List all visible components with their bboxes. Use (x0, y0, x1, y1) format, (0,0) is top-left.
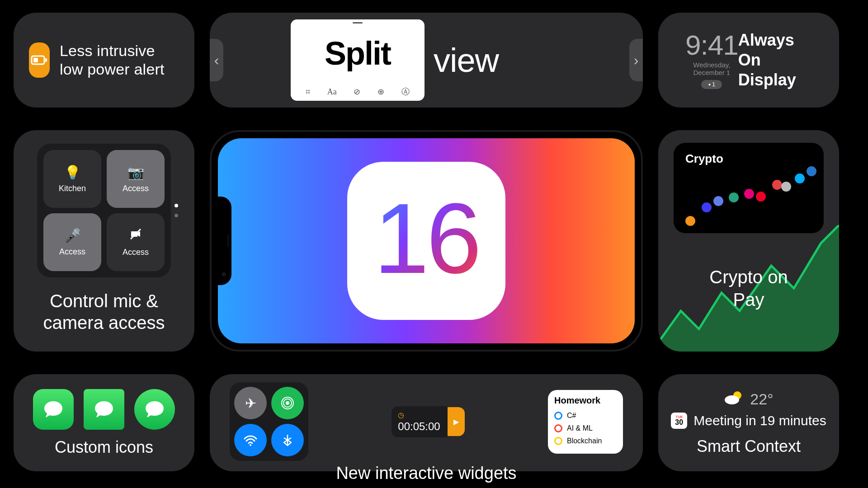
crypto-widget[interactable]: Crypto (674, 143, 824, 233)
lock-time: 9:41 (685, 31, 738, 59)
lock-clock: 9:41 Wednesday, December 1 ●1 (685, 31, 738, 89)
meeting-text: Meeting in 19 minutes (693, 413, 826, 428)
cc-kitchen-light[interactable]: 💡Kitchen (43, 150, 101, 208)
video-off-icon (129, 227, 142, 244)
bluetooth-toggle[interactable] (271, 424, 304, 456)
pages-toolbar: ⌗ Aa ⊘ ⊕ Ⓐ (291, 84, 425, 101)
tile-split-view: ‹ › Split ⌗ Aa ⊘ ⊕ Ⓐ view (210, 13, 643, 108)
widgets-caption: New interactive widgets (230, 464, 623, 483)
tile-low-power: Less intrusive low power alert (14, 13, 194, 108)
tile-crypto: Crypto Crypto on Pay (658, 130, 839, 352)
tile-widgets: ✈ ◷ 00:05:00 ▶ Homework C# AI & ML Block… (210, 374, 643, 471)
svg-rect-2 (33, 58, 38, 62)
weather-icon (724, 390, 744, 409)
pages-app-window: Split ⌗ Aa ⊘ ⊕ Ⓐ (291, 19, 425, 101)
font-icon[interactable]: Aa (327, 87, 337, 97)
notch (218, 197, 231, 285)
page-dots[interactable] (175, 204, 178, 217)
reminder-item[interactable]: AI & ML (554, 422, 617, 435)
ios-version-badge: 16 (347, 162, 505, 320)
cc-camera-access[interactable]: 📷Access (107, 150, 165, 208)
cc-video-access[interactable]: Access (107, 213, 165, 271)
tile-aod: 9:41 Wednesday, December 1 ●1 Always On … (658, 13, 839, 108)
messages-icon-square[interactable] (84, 389, 124, 430)
calendar-icon: TUE 30 (671, 413, 687, 429)
split-word-inside: Split (325, 35, 391, 72)
mic-icon: 🎤 (64, 228, 81, 244)
reminders-title: Homework (554, 395, 617, 406)
tile-smart-context: 22° TUE 30 Meeting in 19 minutes Smart C… (658, 374, 839, 471)
context-caption: Smart Context (697, 437, 801, 456)
grid-icon[interactable]: ⌗ (306, 87, 310, 97)
icon-variants (33, 389, 175, 430)
connectivity-widget[interactable]: ✈ (230, 382, 308, 461)
reminders-widget[interactable]: Homework C# AI & ML Blockchain (548, 390, 623, 454)
bulb-icon: 💡 (64, 164, 81, 180)
crypto-widget-header: Crypto (684, 152, 814, 166)
ring-icon (554, 437, 562, 445)
wifi-toggle[interactable] (234, 424, 267, 456)
iphone-frame: 16 (210, 130, 643, 352)
carousel-prev[interactable]: ‹ (210, 39, 223, 81)
crypto-title: Crypto on Pay (658, 266, 839, 311)
cellular-toggle[interactable] (271, 387, 304, 419)
crypto-coins (684, 168, 814, 227)
split-word-outside: view (434, 41, 499, 80)
svg-point-9 (725, 395, 739, 404)
check-icon[interactable]: ⊘ (354, 87, 360, 97)
ring-icon (554, 412, 562, 420)
draw-icon[interactable]: Ⓐ (401, 86, 410, 97)
airplane-toggle[interactable]: ✈ (234, 387, 267, 419)
tile-mic-camera: 💡Kitchen 📷Access 🎤Access Access Control … (14, 130, 194, 352)
battery-low-icon (29, 42, 50, 78)
svg-point-4 (286, 401, 289, 405)
temperature: 22° (750, 390, 773, 408)
clock-icon: ◷ (398, 411, 440, 419)
weather-row: 22° (724, 390, 773, 409)
cc-mic-access[interactable]: 🎤Access (43, 213, 101, 271)
plus-icon[interactable]: ⊕ (377, 87, 384, 97)
tile-custom-icons: Custom icons (14, 374, 194, 471)
timer-widget[interactable]: ◷ 00:05:00 ▶ (392, 406, 464, 437)
meeting-row: TUE 30 Meeting in 19 minutes (671, 413, 826, 429)
messages-icon-rounded[interactable] (33, 389, 74, 430)
svg-rect-1 (45, 58, 47, 62)
window-grabber[interactable] (353, 22, 363, 23)
mic-camera-title: Control mic & camera access (31, 290, 177, 333)
notification-pill[interactable]: ●1 (701, 80, 722, 89)
low-power-title: Less intrusive low power alert (60, 42, 179, 79)
control-center-grid: 💡Kitchen 📷Access 🎤Access Access (37, 144, 171, 277)
ring-icon (554, 424, 562, 432)
messages-icon-circle[interactable] (134, 389, 175, 430)
svg-point-7 (250, 444, 251, 446)
timer-play-button[interactable]: ▶ (448, 407, 465, 436)
reminder-item[interactable]: Blockchain (554, 435, 617, 447)
custom-icons-label: Custom icons (55, 438, 153, 457)
camera-icon: 📷 (127, 164, 144, 180)
lock-date: Wednesday, December 1 (685, 61, 738, 76)
aod-label: Always On Display (738, 30, 819, 90)
timer-value: 00:05:00 (398, 420, 440, 433)
reminder-item[interactable]: C# (554, 409, 617, 422)
iphone-screen: 16 (218, 138, 635, 343)
carousel-next[interactable]: › (629, 39, 643, 81)
